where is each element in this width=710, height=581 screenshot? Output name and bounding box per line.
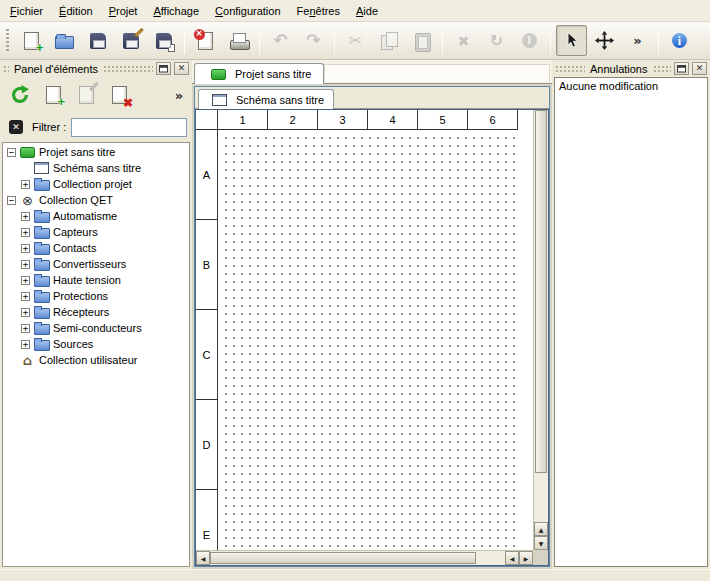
save-file-button[interactable] — [82, 25, 113, 56]
tree-item-convertisseurs[interactable]: +Convertisseurs — [3, 256, 189, 272]
filter-clear-icon: ✕ — [5, 116, 27, 138]
tree-item-recepteurs[interactable]: +Récepteurs — [3, 304, 189, 320]
delete-selection-button[interactable]: ✖ — [448, 25, 479, 56]
dock-grip[interactable] — [653, 65, 672, 73]
tree-item-collection-utilisateur[interactable]: ⌂Collection utilisateur — [3, 352, 189, 368]
tree-item-semi-conducteurs[interactable]: +Semi-conducteurs — [3, 320, 189, 336]
row-header-e: E — [196, 490, 218, 550]
open-file-button[interactable] — [49, 25, 80, 56]
tree-item-haute-tension[interactable]: +Haute tension — [3, 272, 189, 288]
scroll-left-button-2[interactable] — [505, 551, 519, 565]
tree-expander-icon[interactable]: + — [21, 324, 30, 333]
panel-overflow-button[interactable]: » — [171, 83, 187, 107]
tree-expander-icon[interactable]: + — [21, 180, 30, 189]
scroll-up-button[interactable] — [534, 522, 548, 536]
menu-configuration[interactable]: Configuration — [207, 2, 288, 20]
paste-button[interactable] — [406, 25, 437, 56]
tree-item-projet-sans-titre[interactable]: −Projet sans titre — [3, 144, 189, 160]
menu-edition[interactable]: Édition — [51, 2, 101, 20]
hscroll-track[interactable] — [210, 551, 505, 565]
toolbar-grip[interactable] — [6, 29, 9, 53]
scroll-left-button[interactable] — [196, 551, 210, 565]
move-icon — [594, 30, 616, 52]
save-all-files-button[interactable] — [148, 25, 179, 56]
close-dock-button[interactable]: ✕ — [174, 62, 189, 75]
filter-input[interactable] — [71, 118, 187, 137]
tree-item-collection-projet[interactable]: +Collection projet — [3, 176, 189, 192]
tree-item-label: Convertisseurs — [53, 258, 126, 270]
clear-filter-button[interactable]: ✕ — [5, 116, 27, 138]
tree-item-label: Haute tension — [53, 274, 121, 286]
menu-fichier[interactable]: Fichier — [2, 2, 51, 20]
menu-fenetres[interactable]: Fenêtres — [289, 2, 348, 20]
copy-button[interactable] — [373, 25, 404, 56]
new-element-button[interactable]: + — [38, 80, 68, 110]
tree-item-contacts[interactable]: +Contacts — [3, 240, 189, 256]
tree-expander-icon[interactable]: − — [7, 148, 16, 157]
horizontal-scrollbar[interactable] — [196, 550, 533, 565]
schema-tabbar: Schéma sans titre — [195, 87, 549, 109]
tree-item-schema-sans-titre[interactable]: Schéma sans titre — [3, 160, 189, 176]
elements-panel-titlebar: Panel d'éléments ✕ — [0, 60, 192, 77]
tree-item-capteurs[interactable]: +Capteurs — [3, 224, 189, 240]
undo-history-list[interactable]: Aucune modification — [554, 77, 708, 567]
scrollbar-corner — [533, 550, 548, 565]
rotate-selection-button[interactable]: ↻ — [481, 25, 512, 56]
new-file-button[interactable]: + — [16, 25, 47, 56]
tree-item-protections[interactable]: +Protections — [3, 288, 189, 304]
print-button[interactable] — [223, 25, 254, 56]
tree-expander-icon[interactable]: + — [21, 292, 30, 301]
tree-item-label: Collection projet — [53, 178, 132, 190]
tree-expander-icon[interactable]: + — [21, 308, 30, 317]
elements-tree: −Projet sans titreSchéma sans titre+Coll… — [2, 142, 190, 567]
tree-expander-icon[interactable]: + — [21, 212, 30, 221]
pan-mode-button[interactable] — [589, 25, 620, 56]
delete-element-button[interactable]: ✖ — [104, 80, 134, 110]
schema-icon — [33, 162, 50, 175]
scroll-right-button[interactable] — [519, 551, 533, 565]
vertical-scrollbar[interactable] — [533, 110, 548, 550]
project-icon — [19, 146, 36, 159]
menu-affichage[interactable]: Affichage — [145, 2, 207, 20]
selection-mode-button[interactable] — [556, 25, 587, 56]
tree-item-automatisme[interactable]: +Automatisme — [3, 208, 189, 224]
undo-button[interactable]: ↶ — [265, 25, 296, 56]
vscroll-thumb[interactable] — [535, 110, 547, 473]
edit-element-button[interactable] — [71, 80, 101, 110]
float-dock-button[interactable] — [674, 62, 689, 75]
tree-expander-icon[interactable]: + — [21, 244, 30, 253]
new-file-icon: + — [21, 30, 43, 52]
hscroll-thumb[interactable] — [210, 552, 476, 564]
selection-info-button[interactable]: i — [514, 25, 545, 56]
float-dock-button[interactable] — [156, 62, 171, 75]
save-file-as-button[interactable] — [115, 25, 146, 56]
dock-grip[interactable] — [3, 65, 9, 73]
close-file-button[interactable]: ✕ — [190, 25, 221, 56]
vscroll-track[interactable] — [534, 110, 548, 522]
mdi-area: Schéma sans titre 123456 ABCDE — [192, 84, 552, 569]
dock-grip[interactable] — [555, 65, 585, 73]
menu-aide[interactable]: Aide — [348, 2, 386, 20]
redo-button[interactable]: ↷ — [298, 25, 329, 56]
schema-canvas[interactable]: 123456 ABCDE — [196, 110, 533, 550]
tree-expander-icon[interactable]: + — [21, 340, 30, 349]
project-tab[interactable]: Projet sans titre — [194, 63, 324, 84]
about-qet-button[interactable]: i — [664, 25, 695, 56]
tree-expander-icon[interactable]: + — [21, 260, 30, 269]
cut-button[interactable]: ✂ — [340, 25, 371, 56]
grid-dots — [219, 131, 518, 550]
toolbar-overflow-button[interactable]: » — [622, 25, 653, 56]
tree-expander-icon[interactable]: + — [21, 228, 30, 237]
tree-item-collection-qet[interactable]: −⊗Collection QET — [3, 192, 189, 208]
scroll-down-button[interactable] — [534, 536, 548, 550]
reload-collections-button[interactable] — [5, 80, 35, 110]
tree-expander-icon[interactable]: − — [7, 196, 16, 205]
tree-item-sources[interactable]: +Sources — [3, 336, 189, 352]
tree-expander-icon[interactable]: + — [21, 276, 30, 285]
schema-tab[interactable]: Schéma sans titre — [198, 89, 334, 109]
dock-grip[interactable] — [103, 65, 153, 73]
column-header-5: 5 — [418, 110, 468, 130]
toolbar-separator — [442, 27, 443, 54]
close-dock-button[interactable]: ✕ — [692, 62, 707, 75]
menu-projet[interactable]: Projet — [101, 2, 146, 20]
